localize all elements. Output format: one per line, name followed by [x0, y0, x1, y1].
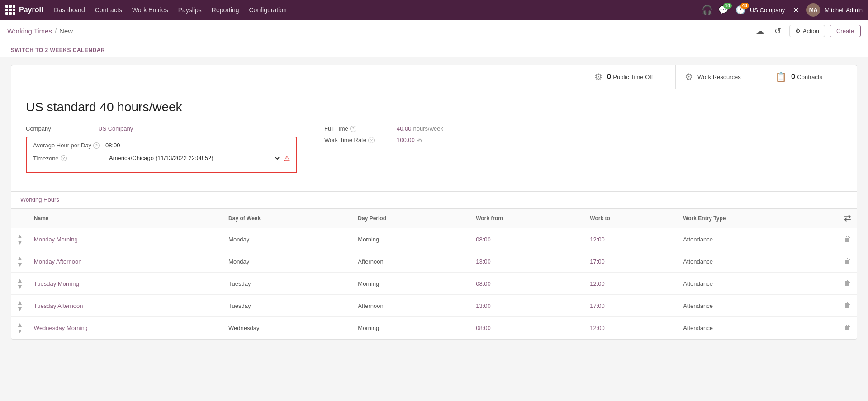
secondary-actions: ☁ ↺ ⚙ Action Create: [753, 24, 861, 38]
fulltime-help-icon[interactable]: ?: [350, 126, 356, 132]
delete-icon[interactable]: 🗑: [844, 279, 851, 287]
switch-calendar-banner: SWITCH TO 2 WEEKS CALENDAR: [0, 42, 868, 57]
timezone-warning-icon: ⚠: [284, 154, 290, 163]
row-to[interactable]: 12:00: [584, 317, 678, 339]
working-hours-table: Name Day of Week Day Period Work from Wo…: [11, 209, 857, 339]
menu-configuration[interactable]: Configuration: [245, 4, 291, 16]
timezone-label: Timezone ?: [33, 155, 105, 162]
timezone-field-row: Timezone ? America/Chicago (11/13/2022 2…: [33, 153, 290, 163]
activity-badge: 43: [740, 3, 749, 9]
stat-work-resources[interactable]: ⚙ Work Resources: [676, 65, 766, 89]
row-to[interactable]: 17:00: [584, 250, 678, 273]
row-period: Morning: [352, 228, 470, 250]
row-name[interactable]: Tuesday Afternoon: [28, 295, 223, 317]
delete-icon[interactable]: 🗑: [844, 324, 851, 331]
create-button[interactable]: Create: [830, 25, 861, 37]
timezone-select[interactable]: America/Chicago (11/13/2022 22:08:52): [105, 153, 281, 163]
fulltime-unit: hours/week: [413, 125, 443, 132]
row-delete-cell: 🗑: [839, 250, 857, 273]
row-entry-type: Attendance: [678, 228, 839, 250]
main-card: ⚙ 0 Public Time Off ⚙ Work Resources 📋 0…: [11, 65, 857, 340]
sort-handle[interactable]: ▲▼: [11, 250, 28, 273]
row-from[interactable]: 08:00: [470, 273, 584, 295]
row-name[interactable]: Wednesday Morning: [28, 317, 223, 339]
user-name[interactable]: Mitchell Admin: [825, 7, 863, 14]
activity-button[interactable]: 🕐 43: [735, 5, 745, 15]
cloud-save-icon[interactable]: ☁: [753, 24, 767, 38]
timezone-help-icon[interactable]: ?: [61, 155, 67, 161]
tab-working-hours[interactable]: Working Hours: [11, 192, 68, 208]
col-dayperiod-header: Day Period: [352, 209, 470, 228]
row-period: Morning: [352, 273, 470, 295]
switch-calendar-link[interactable]: SWITCH TO 2 WEEKS CALENDAR: [11, 47, 105, 53]
menu-work-entries[interactable]: Work Entries: [128, 4, 173, 16]
fulltime-field-row: Full Time ? 40.00 hours/week: [324, 125, 842, 132]
worktime-unit: %: [417, 137, 422, 143]
row-from[interactable]: 13:00: [470, 295, 584, 317]
row-entry-type: Attendance: [678, 317, 839, 339]
row-entry-type: Attendance: [678, 250, 839, 273]
brand-section[interactable]: Payroll: [5, 5, 43, 15]
stat-gear-icon-2: ⚙: [685, 71, 693, 82]
sort-handle[interactable]: ▲▼: [11, 273, 28, 295]
sort-handle[interactable]: ▲▼: [11, 295, 28, 317]
avg-hour-value[interactable]: 08:00: [105, 142, 290, 149]
worktime-help-icon[interactable]: ?: [368, 137, 375, 143]
row-from[interactable]: 08:00: [470, 228, 584, 250]
menu-payslips[interactable]: Payslips: [174, 4, 206, 16]
row-from[interactable]: 13:00: [470, 250, 584, 273]
stat-contracts[interactable]: 📋 0 Contracts: [766, 65, 857, 89]
stat-number-3: 0 Contracts: [791, 73, 822, 81]
row-name[interactable]: Monday Afternoon: [28, 250, 223, 273]
top-navigation: Payroll Dashboard Contracts Work Entries…: [0, 0, 868, 20]
row-to[interactable]: 12:00: [584, 228, 678, 250]
row-period: Afternoon: [352, 250, 470, 273]
sort-handle[interactable]: ▲▼: [11, 228, 28, 250]
menu-dashboard[interactable]: Dashboard: [49, 4, 90, 16]
row-delete-cell: 🗑: [839, 273, 857, 295]
row-delete-cell: 🗑: [839, 295, 857, 317]
col-settings-header: ⇄: [839, 209, 857, 228]
stat-public-time-off[interactable]: ⚙ 0 Public Time Off: [585, 65, 676, 89]
chat-badge: 14: [723, 3, 732, 9]
tab-section: Working Hours Name Day of Week Day Perio…: [11, 191, 857, 339]
worktime-value[interactable]: 100.00: [397, 137, 415, 143]
table-row: ▲▼ Wednesday Morning Wednesday Morning 0…: [11, 317, 857, 339]
fulltime-label: Full Time ?: [324, 125, 397, 132]
support-icon[interactable]: 🎧: [701, 4, 714, 16]
breadcrumb-parent[interactable]: Working Times: [7, 27, 52, 35]
company-label: Company: [26, 125, 98, 132]
row-delete-cell: 🗑: [839, 228, 857, 250]
refresh-icon[interactable]: ↺: [771, 24, 785, 38]
sort-handle[interactable]: ▲▼: [11, 317, 28, 339]
row-to[interactable]: 17:00: [584, 295, 678, 317]
row-name[interactable]: Tuesday Morning: [28, 273, 223, 295]
menu-contracts[interactable]: Contracts: [90, 4, 127, 16]
form-left: Company US Company Average Hour per Day …: [26, 125, 297, 180]
action-button[interactable]: ⚙ Action: [789, 25, 825, 37]
delete-icon[interactable]: 🗑: [844, 235, 851, 243]
fulltime-value[interactable]: 40.00: [397, 125, 412, 132]
stat-text-2: Work Resources: [697, 74, 741, 80]
brand-name[interactable]: Payroll: [19, 6, 43, 14]
delete-icon[interactable]: 🗑: [844, 257, 851, 265]
company-selector[interactable]: US Company: [750, 7, 785, 14]
delete-icon[interactable]: 🗑: [844, 302, 851, 309]
menu-reporting[interactable]: Reporting: [207, 4, 244, 16]
avg-hour-help-icon[interactable]: ?: [93, 142, 100, 149]
stat-row: ⚙ 0 Public Time Off ⚙ Work Resources 📋 0…: [11, 65, 857, 89]
stat-label-2: Work Resources: [697, 74, 741, 80]
breadcrumb: Working Times / New: [7, 27, 73, 35]
breadcrumb-separator: /: [55, 27, 57, 35]
tools-icon[interactable]: ✕: [789, 4, 802, 16]
stat-spacer: [11, 65, 585, 89]
row-from[interactable]: 08:00: [470, 317, 584, 339]
app-grid-icon[interactable]: [5, 5, 15, 15]
row-to[interactable]: 12:00: [584, 273, 678, 295]
avatar[interactable]: MA: [806, 3, 820, 17]
company-value[interactable]: US Company: [98, 125, 297, 132]
row-day: Monday: [223, 228, 352, 250]
table-settings-icon[interactable]: ⇄: [844, 214, 851, 223]
row-name[interactable]: Monday Morning: [28, 228, 223, 250]
chat-button[interactable]: 💬 14: [718, 5, 728, 15]
